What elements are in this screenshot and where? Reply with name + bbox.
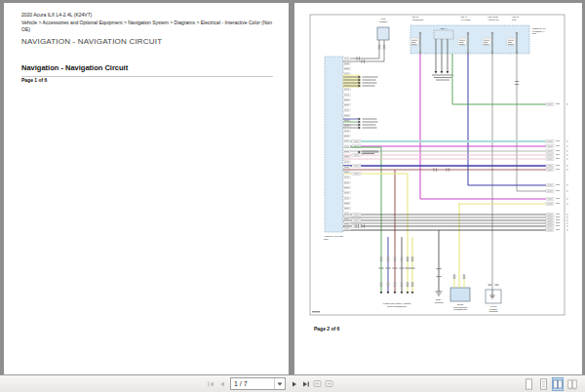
viewer-toolbar: 1 / 7 xyxy=(0,374,585,392)
document-page-2: GPSANTENNAHOT INACCESSORYHOT ATALL TIMES… xyxy=(294,3,582,374)
continuous-page-icon xyxy=(539,378,548,390)
wiring-diagram: GPSANTENNAHOT INACCESSORYHOT ATALL TIMES… xyxy=(294,3,582,374)
last-page-icon xyxy=(302,380,310,388)
prev-page-icon xyxy=(218,380,226,388)
next-page-icon xyxy=(291,380,298,388)
section-title: Navigation - Navigation Circuit xyxy=(21,63,273,77)
document-page-1: 2020 Acura ILX L4-2.4L (K24V7) Vehicle >… xyxy=(4,3,289,374)
vehicle-header: 2020 Acura ILX L4-2.4L (K24V7) xyxy=(21,12,92,18)
next-view-icon xyxy=(325,379,333,388)
page-2-label: Page 2 of 6 xyxy=(314,326,339,332)
two-page-continuous-icon xyxy=(567,378,577,390)
svg-text:RELAY: RELAY xyxy=(441,27,448,29)
page-1-label: Page 1 of 6 xyxy=(21,77,47,83)
first-page-icon xyxy=(207,380,214,388)
two-page-view-button[interactable] xyxy=(552,377,564,391)
next-view-button[interactable] xyxy=(324,377,334,390)
page-indicator: 1 / 7 xyxy=(234,380,248,387)
single-page-view-button[interactable] xyxy=(523,377,534,391)
page-navigation: 1 / 7 xyxy=(205,377,334,390)
prev-page-button[interactable] xyxy=(216,377,227,390)
previous-view-icon xyxy=(313,379,322,388)
breadcrumb-line2: OE) xyxy=(21,26,30,32)
two-page-icon xyxy=(553,378,563,390)
first-page-button[interactable] xyxy=(205,377,215,390)
previous-view-button[interactable] xyxy=(312,377,323,390)
single-page-icon xyxy=(525,378,533,390)
chevron-down-icon xyxy=(274,378,284,389)
breadcrumb: Vehicle > Accessories and Optional Equip… xyxy=(21,20,272,25)
last-page-button[interactable] xyxy=(300,377,311,390)
continuous-view-button[interactable] xyxy=(537,377,549,391)
two-page-continuous-view-button[interactable] xyxy=(566,377,578,391)
next-page-button[interactable] xyxy=(289,377,299,390)
svg-text:HOT IN ONAND START: HOT IN ONAND START xyxy=(488,16,499,20)
page-layout-modes xyxy=(523,377,578,391)
page-number-select[interactable]: 1 / 7 xyxy=(230,377,286,390)
page-title: NAVIGATION - NAVIGATION CIRCUIT xyxy=(21,37,162,46)
